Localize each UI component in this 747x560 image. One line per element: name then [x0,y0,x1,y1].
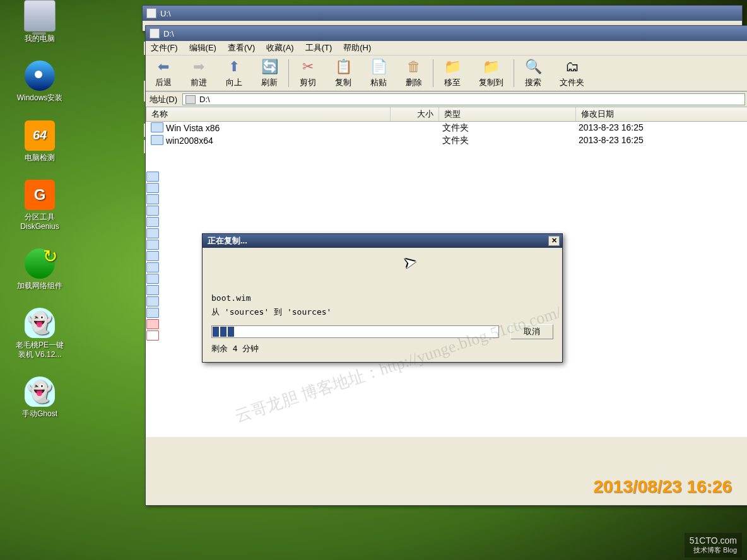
ghost-icon [25,308,55,338]
drive-icon [185,95,196,104]
toolbar: ⬅后退 ➡前进 ⬆向上 🔄刷新 ✂剪切 📋复制 📄粘贴 🗑删除 📁移至 📁复制到… [146,55,747,91]
desktop-icon-manual-ghost[interactable]: 手动Ghost [11,376,68,418]
desktop-icon-pc-check[interactable]: 64 电脑检测 [11,120,68,162]
forward-arrow-icon: ➡ [190,58,208,76]
moveto-icon: 📁 [444,58,461,76]
menu-fav[interactable]: 收藏(A) [266,42,293,54]
ghost-icon [25,376,55,407]
search-icon: 🔍 [524,58,542,76]
toolbar-separator [433,59,433,87]
address-label: 地址(D) [150,94,177,105]
dialog-body: boot.wim 从 'sources' 到 'sources' 取消 剩余 4… [203,248,562,362]
icon-label: 老毛桃PE一键 装机 V6.12... [16,341,64,359]
copy-dialog: 正在复制... ✕ boot.wim 从 'sources' 到 'source… [202,233,563,363]
toolbar-cut[interactable]: ✂剪切 [290,57,326,90]
dialog-title: 正在复制... [205,235,548,247]
address-field[interactable]: D:\ [182,93,745,105]
photo-timestamp: 2013/08/23 16:26 [593,477,732,497]
drive-icon [150,28,160,38]
diskgenius-icon: G [25,180,55,210]
icon-label: 我的电脑 [25,34,55,43]
drive-icon [146,8,156,18]
toolbar-up[interactable]: ⬆向上 [216,57,252,90]
menu-tools[interactable]: 工具(T) [305,42,332,54]
icon-label: 分区工具 DiskGenius [20,213,59,231]
col-date[interactable]: 修改日期 [576,107,747,121]
toolbar-moveto[interactable]: 📁移至 [435,57,470,90]
toolbar-folders[interactable]: 🗂文件夹 [551,57,593,90]
toolbar-paste[interactable]: 📄粘贴 [361,57,396,90]
col-name[interactable]: 名称 [146,107,391,121]
toolbar-copyto[interactable]: 📁复制到 [470,57,512,90]
scissors-icon: ✂ [299,58,317,76]
icon-label: Windows安装 [17,93,63,102]
toolbar-fwd[interactable]: ➡前进 [181,57,216,90]
copy-path: 从 'sources' 到 'sources' [211,306,553,318]
toolbar-separator [288,59,289,87]
desktop-icon-my-computer[interactable]: 我的电脑 [11,0,68,43]
col-size[interactable]: 大小 [391,107,439,121]
window-title: U:\ [160,9,171,18]
desktop-icon-diskgenius[interactable]: G 分区工具 DiskGenius [11,180,68,231]
menu-view[interactable]: 查看(V) [228,42,255,54]
back-arrow-icon: ⬅ [155,58,172,76]
menu-edit[interactable]: 编辑(E) [189,42,216,54]
close-button[interactable]: ✕ [548,236,560,246]
time-remaining: 剩余 4 分钟 [211,343,553,354]
up-arrow-icon: ⬆ [225,58,243,76]
file-row[interactable]: win2008x64 文件夹 2013-8-23 16:25 [146,134,747,147]
folders-icon: 🗂 [563,58,581,76]
toolbar-delete[interactable]: 🗑删除 [396,57,432,90]
icon-label: 加载网络组件 [17,281,62,290]
toolbar-refresh[interactable]: 🔄刷新 [252,57,287,90]
titlebar-u[interactable]: U:\ [143,6,742,21]
delete-icon: 🗑 [405,58,423,76]
icon-label: 手动Ghost [22,409,57,418]
window-title: D:\ [163,29,174,38]
network-icon [25,248,55,279]
copyto-icon: 📁 [483,58,500,76]
column-headers: 名称 大小 类型 修改日期 [146,107,747,122]
titlebar-d[interactable]: D:\ [146,26,747,41]
disc-icon [25,61,55,91]
file-row[interactable]: Win Vista x86 文件夹 2013-8-23 16:25 [146,122,747,134]
menu-help[interactable]: 帮助(H) [343,42,371,54]
address-value: D:\ [199,95,210,104]
menubar: 文件(F) 编辑(E) 查看(V) 收藏(A) 工具(T) 帮助(H) [146,41,747,55]
toolbar-search[interactable]: 🔍搜索 [515,57,551,90]
dialog-titlebar[interactable]: 正在复制... ✕ [203,234,562,248]
64-icon: 64 [25,120,55,151]
folder-icon [151,122,163,132]
desktop-icon-windows-install[interactable]: Windows安装 [11,61,68,102]
menu-file[interactable]: 文件(F) [151,42,178,54]
background-folder-sliver [146,170,160,342]
address-bar: 地址(D) D:\ [146,91,747,107]
icon-label: 电脑检测 [25,153,55,162]
paste-icon: 📄 [370,58,387,76]
cancel-button[interactable]: 取消 [510,324,553,339]
refresh-icon: 🔄 [261,58,278,76]
progress-bar [211,325,499,338]
copy-filename: boot.wim [211,293,553,303]
desktop-icons: 我的电脑 Windows安装 64 电脑检测 G 分区工具 DiskGenius… [11,0,68,436]
copy-animation [211,255,553,293]
copy-icon: 📋 [334,58,352,76]
desktop-icon-net-load[interactable]: 加载网络组件 [11,248,68,290]
folder-icon [151,135,163,145]
desktop-icon-pe-install[interactable]: 老毛桃PE一键 装机 V6.12... [11,308,68,359]
computer-icon [24,0,56,32]
site-logo: 51CTO.com 技术博客 Blog [685,533,742,557]
toolbar-back[interactable]: ⬅后退 [146,57,181,90]
toolbar-separator [514,59,514,87]
toolbar-copy[interactable]: 📋复制 [326,57,361,90]
col-type[interactable]: 类型 [439,107,576,121]
